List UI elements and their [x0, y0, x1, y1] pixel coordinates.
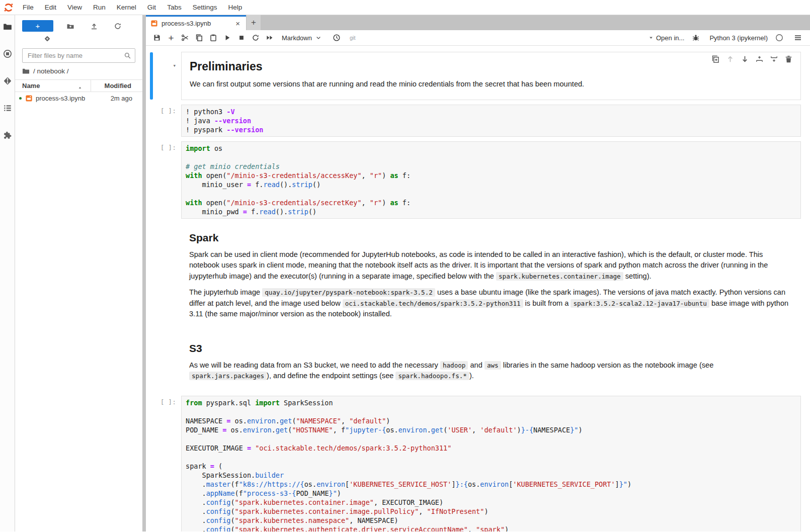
upload-icon[interactable]: [90, 22, 98, 30]
inline-code: spark.jars.packages: [189, 372, 267, 380]
markdown-heading: Spark: [189, 232, 793, 244]
save-icon[interactable]: [150, 31, 164, 44]
duplicate-cell-icon[interactable]: [711, 54, 720, 63]
notebook-tab-icon: [150, 20, 158, 27]
paste-cells-icon[interactable]: [206, 31, 220, 44]
notebook-cell-4[interactable]: S3As we will be reading data from an S3 …: [146, 334, 801, 391]
column-header-name[interactable]: Name: [15, 82, 91, 90]
markdown-cell-content[interactable]: PreliminariesWe can first output some ve…: [181, 52, 801, 100]
git-sidebar-icon[interactable]: [3, 76, 13, 86]
file-browser-icon[interactable]: [3, 22, 13, 32]
tab-bar: process-s3.ipynb × +: [146, 15, 810, 30]
insert-cell-above-icon[interactable]: [755, 54, 764, 63]
run-cell-icon[interactable]: [220, 31, 234, 44]
restart-run-all-icon[interactable]: [263, 31, 277, 44]
notebook-cell-1[interactable]: [ ]:! python3 -V! java --version! pyspar…: [146, 105, 801, 137]
file-row[interactable]: process-s3.ipynb 2m ago: [15, 92, 142, 105]
move-cell-down-icon[interactable]: [740, 54, 749, 63]
hamburger-menu-icon[interactable]: [791, 31, 805, 44]
refresh-file-browser-icon[interactable]: [114, 22, 122, 30]
cell-toolbar: [710, 53, 794, 64]
cell-prompt: ▾: [146, 52, 181, 100]
kernel-status-icon[interactable]: [772, 31, 786, 44]
notebook-cell-5[interactable]: [ ]:from pyspark.sql import SparkSession…: [146, 396, 801, 532]
sort-ascending-icon: [77, 85, 83, 91]
markdown-cell-content[interactable]: S3As we will be reading data from an S3 …: [181, 334, 801, 391]
cell-prompt: [ ]:: [146, 141, 181, 219]
cut-cells-icon[interactable]: [178, 31, 192, 44]
running-kernels-icon[interactable]: [3, 49, 13, 59]
copy-cells-icon[interactable]: [192, 31, 206, 44]
code-cell-editor[interactable]: from pyspark.sql import SparkSessionNAME…: [181, 396, 801, 532]
activity-bar: [0, 15, 15, 531]
history-clock-icon[interactable]: [330, 31, 344, 44]
table-of-contents-icon[interactable]: [3, 103, 13, 113]
notebook-cell-2[interactable]: [ ]:import os# get minio credentialswith…: [146, 141, 801, 219]
column-header-modified[interactable]: Modified: [91, 82, 142, 90]
breadcrumb-path: / notebook /: [33, 67, 69, 75]
menu-item-file[interactable]: File: [17, 0, 39, 15]
menu-item-kernel[interactable]: Kernel: [111, 0, 142, 15]
debugger-bug-icon[interactable]: [689, 31, 703, 44]
sidebar-splitter[interactable]: [142, 15, 146, 531]
git-toolbar-label: git: [350, 35, 356, 41]
chevron-down-icon: [315, 35, 321, 41]
delete-cell-icon[interactable]: [784, 54, 793, 63]
menu-item-tabs[interactable]: Tabs: [161, 0, 187, 15]
new-folder-icon[interactable]: [66, 22, 74, 30]
inline-code: quay.io/jupyter/pyspark-notebook:spark-3…: [262, 288, 435, 297]
file-modified: 2m ago: [85, 95, 142, 102]
tab-label: process-s3.ipynb: [161, 20, 211, 27]
notebook-cell-3[interactable]: SparkSpark can be used in client mode (r…: [146, 223, 801, 329]
restart-kernel-icon[interactable]: [249, 31, 263, 44]
cell-prompt: [ ]:: [146, 105, 181, 137]
new-launcher-button[interactable]: +: [22, 20, 53, 32]
notebook-toolbar: + Markdown: [146, 30, 810, 46]
cell-prompt: [ ]:: [146, 396, 181, 532]
menu-item-view[interactable]: View: [62, 0, 88, 15]
cell-type-value: Markdown: [282, 34, 312, 42]
cell-type-dropdown[interactable]: Markdown: [282, 34, 321, 42]
markdown-cell-content[interactable]: SparkSpark can be used in client mode (r…: [181, 223, 801, 329]
file-name: process-s3.ipynb: [36, 95, 85, 102]
git-clone-icon[interactable]: [44, 35, 51, 42]
running-file-dot: [19, 97, 22, 100]
extension-manager-icon[interactable]: [3, 130, 13, 140]
tab-process-s3[interactable]: process-s3.ipynb ×: [146, 15, 246, 30]
move-cell-up-icon[interactable]: [725, 54, 735, 63]
code-cell-editor[interactable]: ! python3 -V! java --version! pyspark --…: [181, 105, 801, 137]
interrupt-kernel-icon[interactable]: [234, 31, 249, 44]
menu-item-run[interactable]: Run: [88, 0, 111, 15]
file-browser-toolbar: +: [15, 15, 142, 33]
menu-bar: FileEditViewRunKernelGitTabsSettingsHelp: [0, 0, 810, 15]
new-tab-button[interactable]: +: [247, 15, 261, 30]
filter-files-input[interactable]: [22, 48, 135, 63]
kernel-name[interactable]: Python 3 (ipykernel): [709, 34, 768, 42]
markdown-heading: S3: [189, 342, 793, 354]
cell-prompt: [146, 334, 181, 391]
filter-files: [22, 48, 135, 63]
collapse-heading-icon[interactable]: ▾: [173, 62, 176, 69]
menu-item-settings[interactable]: Settings: [187, 0, 223, 15]
menu-item-help[interactable]: Help: [222, 0, 248, 15]
close-tab-icon[interactable]: ×: [233, 20, 242, 27]
markdown-paragraph: The jupyterhub image quay.io/jupyter/pys…: [189, 287, 793, 320]
breadcrumb[interactable]: / notebook /: [15, 66, 142, 79]
open-in-dropdown[interactable]: Open in...: [649, 34, 684, 42]
markdown-paragraph: As we will be reading data from an S3 bu…: [189, 360, 793, 382]
inline-code: spark.hadoopo.fs.*: [395, 372, 469, 380]
inline-code: spark:3.5.2-scala2.12-java17-ubuntu: [571, 299, 709, 308]
git-clone-row: [15, 33, 142, 45]
notebook-file-icon: [25, 95, 33, 102]
cell-prompt: [146, 223, 181, 329]
markdown-paragraph: We can first output some versions that a…: [190, 79, 792, 90]
caret-down-icon: [649, 35, 654, 40]
menu-item-git[interactable]: Git: [142, 0, 161, 15]
code-cell-editor[interactable]: import os# get minio credentialswith ope…: [181, 141, 801, 219]
inline-code: oci.stackable.tech/demos/spark:3.5.2-pyt…: [343, 299, 523, 308]
app-logo-icon: [0, 2, 17, 13]
menu-item-edit[interactable]: Edit: [39, 0, 62, 15]
insert-cell-below-icon[interactable]: [769, 54, 778, 63]
notebook-cell-0[interactable]: ▾PreliminariesWe can first output some v…: [146, 52, 801, 100]
insert-cell-icon[interactable]: +: [164, 31, 178, 44]
